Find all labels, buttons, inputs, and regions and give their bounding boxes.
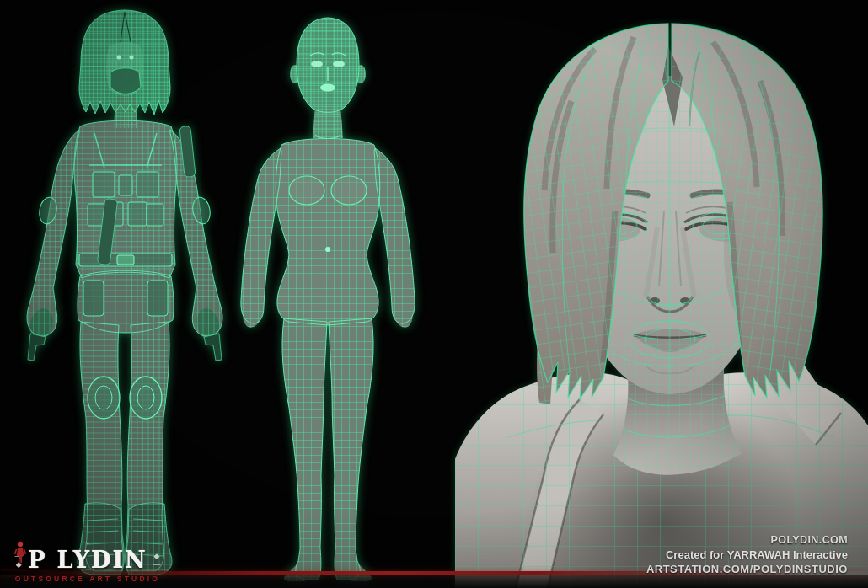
- figure-clothed-front: [17, 4, 236, 585]
- credit-artstation: ARTSTATION.COM/POLYDINSTUDIO: [646, 562, 848, 576]
- credit-website: POLYDIN.COM: [646, 533, 848, 548]
- artwork-canvas: ✦ —◆ P LYDIN ◆— OUTSOURCE ART STUDIO POL…: [0, 0, 868, 588]
- credit-client: Created for YARRAWAH Interactive: [646, 548, 848, 562]
- ornament-right-icon: ◆—: [152, 552, 162, 569]
- logo-text-prefix: P: [28, 548, 46, 573]
- figure-head-closeup: [455, 17, 868, 588]
- logo-text-suffix: LYDIN: [57, 548, 147, 573]
- polydin-logo: ✦ —◆ P LYDIN ◆— OUTSOURCE ART STUDIO: [13, 541, 162, 583]
- figure-basebody-front: [236, 13, 421, 585]
- wireframe-render: [0, 0, 868, 588]
- credits-block: POLYDIN.COM Created for YARRAWAH Interac…: [646, 533, 848, 576]
- logo-tagline: OUTSOURCE ART STUDIO: [13, 575, 162, 583]
